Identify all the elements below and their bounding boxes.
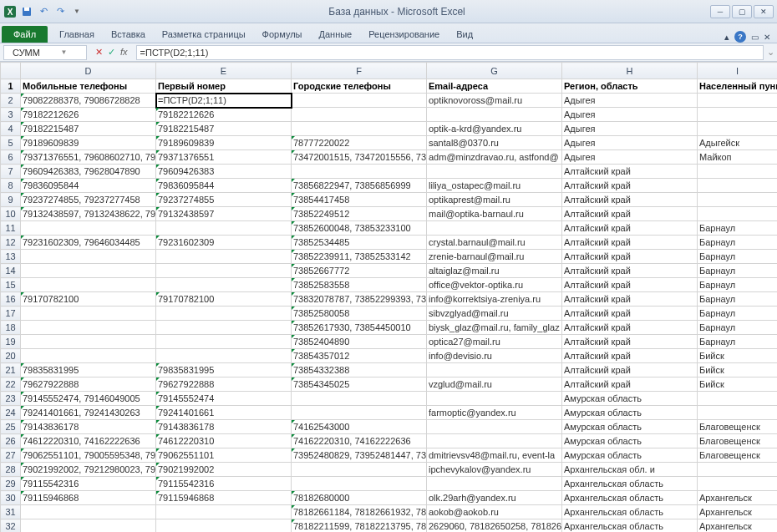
row-header[interactable]: 32 bbox=[1, 519, 21, 533]
cell[interactable] bbox=[427, 221, 562, 236]
cell[interactable]: Адыгея bbox=[562, 108, 698, 122]
row-header[interactable]: 5 bbox=[1, 136, 21, 150]
cell[interactable]: 78777220022 bbox=[292, 136, 427, 150]
cell[interactable]: 79182212626 bbox=[156, 108, 292, 122]
cell[interactable]: 73852617930, 73854450010 bbox=[292, 321, 427, 335]
cell[interactable] bbox=[292, 122, 427, 136]
row-header[interactable]: 15 bbox=[1, 278, 21, 292]
col-header[interactable]: H bbox=[562, 63, 698, 79]
cell[interactable]: 79182215487 bbox=[21, 122, 156, 136]
cell[interactable] bbox=[698, 392, 778, 406]
name-box[interactable]: СУММ ▼ bbox=[3, 45, 87, 60]
ribbon-tab[interactable]: Главная bbox=[51, 26, 103, 43]
cell[interactable]: ipchevykalov@yandex.ru bbox=[427, 463, 562, 477]
cell[interactable] bbox=[21, 335, 156, 349]
cell[interactable] bbox=[427, 392, 562, 406]
cell[interactable]: Архангельск bbox=[698, 505, 778, 519]
cell[interactable]: Барнаул bbox=[698, 335, 778, 349]
cell[interactable] bbox=[156, 321, 292, 335]
cell[interactable]: Алтайский край bbox=[562, 278, 698, 292]
cell[interactable]: 73852239911, 73852533142 bbox=[292, 250, 427, 264]
row-header[interactable]: 11 bbox=[1, 221, 21, 236]
cell[interactable]: Адыгея bbox=[562, 136, 698, 150]
cell[interactable]: Алтайский край bbox=[562, 363, 698, 377]
row-header[interactable]: 6 bbox=[1, 150, 21, 165]
cell[interactable] bbox=[698, 207, 778, 221]
ribbon-tab[interactable]: Разметка страницы bbox=[154, 26, 254, 43]
cell[interactable] bbox=[21, 250, 156, 264]
cell[interactable]: Адыгея bbox=[562, 94, 698, 108]
cell[interactable]: 79835831995 bbox=[21, 363, 156, 377]
cell[interactable] bbox=[427, 420, 562, 434]
cell[interactable]: Алтайский край bbox=[562, 236, 698, 250]
cell[interactable] bbox=[427, 165, 562, 179]
cell[interactable] bbox=[427, 108, 562, 122]
cell[interactable]: adm@minzdravao.ru, astfond@ bbox=[427, 150, 562, 165]
cell[interactable]: 79170782100 bbox=[21, 292, 156, 307]
cell[interactable]: Барнаул bbox=[698, 321, 778, 335]
cell[interactable]: Алтайский край bbox=[562, 165, 698, 179]
ribbon-minimize-icon[interactable]: ▴ bbox=[724, 32, 729, 43]
cell[interactable]: 79241401661 bbox=[156, 406, 292, 420]
row-header[interactable]: 16 bbox=[1, 292, 21, 307]
row-header[interactable]: 3 bbox=[1, 108, 21, 122]
cell[interactable]: =ПСТР(D2;1;11) bbox=[156, 94, 292, 108]
maximize-button[interactable]: ▢ bbox=[732, 5, 752, 18]
undo-icon[interactable]: ↶ bbox=[37, 5, 50, 18]
cell[interactable]: 79609426383, 79628047890 bbox=[21, 165, 156, 179]
ribbon-tab[interactable]: Данные bbox=[310, 26, 360, 43]
cell[interactable] bbox=[21, 221, 156, 236]
cell[interactable]: optik-a-krd@yandex.ru bbox=[427, 122, 562, 136]
cell[interactable] bbox=[292, 94, 427, 108]
cell[interactable]: Благовещенск bbox=[698, 420, 778, 434]
formula-input[interactable]: =ПСТР(D2;1;11) bbox=[136, 45, 764, 60]
cell[interactable]: Бийск bbox=[698, 363, 778, 377]
cell[interactable]: 73472001515, 73472015556, 7347 bbox=[292, 150, 427, 165]
cell[interactable] bbox=[156, 278, 292, 292]
qat-dropdown-icon[interactable]: ▼ bbox=[70, 5, 84, 18]
cell[interactable]: 74612220310, 74162222636 bbox=[21, 434, 156, 448]
cell[interactable]: 79082288378, 79086728828 bbox=[21, 94, 156, 108]
row-header[interactable]: 14 bbox=[1, 264, 21, 278]
cell[interactable] bbox=[427, 363, 562, 377]
cell[interactable] bbox=[292, 406, 427, 420]
cell[interactable] bbox=[156, 264, 292, 278]
ribbon-tab[interactable]: Формулы bbox=[254, 26, 311, 43]
cell[interactable] bbox=[698, 477, 778, 491]
cell[interactable]: Благовещенск bbox=[698, 448, 778, 463]
cell[interactable]: Алтайский край bbox=[562, 179, 698, 193]
formula-expand-icon[interactable]: ⌄ bbox=[764, 47, 777, 58]
save-icon[interactable] bbox=[20, 5, 33, 18]
cell[interactable]: 79021992002 bbox=[156, 463, 292, 477]
cell[interactable]: Архангельская обл. и bbox=[562, 463, 698, 477]
row-header[interactable]: 25 bbox=[1, 420, 21, 434]
col-header[interactable]: I bbox=[698, 63, 778, 79]
cell[interactable] bbox=[698, 108, 778, 122]
col-header[interactable]: D bbox=[21, 63, 156, 79]
row-header[interactable]: 18 bbox=[1, 321, 21, 335]
cell[interactable]: 79241401661, 79241430263 bbox=[21, 406, 156, 420]
cell[interactable]: 79231602309 bbox=[156, 236, 292, 250]
cell[interactable]: Алтайский край bbox=[562, 349, 698, 363]
cell[interactable]: 79182212626 bbox=[21, 108, 156, 122]
cell[interactable] bbox=[156, 307, 292, 321]
cell[interactable] bbox=[292, 108, 427, 122]
cell[interactable]: Городские телефоны bbox=[292, 79, 427, 94]
cell[interactable]: Алтайский край bbox=[562, 377, 698, 392]
cancel-icon[interactable]: ✕ bbox=[95, 47, 103, 58]
ribbon-tab[interactable]: Вид bbox=[448, 26, 481, 43]
cell[interactable]: 79231602309, 79646034485 bbox=[21, 236, 156, 250]
cell[interactable]: 79021992002, 79212980023, 7921 bbox=[21, 463, 156, 477]
cell[interactable]: Амурская область bbox=[562, 406, 698, 420]
cell[interactable]: 79371376551 bbox=[156, 150, 292, 165]
cell[interactable]: 79189609839 bbox=[21, 136, 156, 150]
redo-icon[interactable]: ↷ bbox=[53, 5, 67, 18]
cell[interactable]: 79371376551, 79608602710, 7961 bbox=[21, 150, 156, 165]
window-close-icon[interactable]: ✕ bbox=[764, 33, 770, 42]
cell[interactable]: Адыгея bbox=[562, 150, 698, 165]
minimize-button[interactable]: ─ bbox=[710, 5, 730, 18]
cell[interactable]: optica27@mail.ru bbox=[427, 335, 562, 349]
cell[interactable]: 79115542316 bbox=[156, 477, 292, 491]
cell[interactable]: Мобильные телефоны bbox=[21, 79, 156, 94]
cell[interactable]: altaiglaz@mail.ru bbox=[427, 264, 562, 278]
